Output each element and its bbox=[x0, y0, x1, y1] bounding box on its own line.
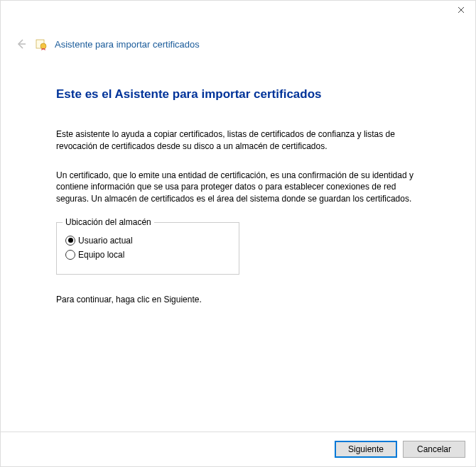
wizard-header: Asistente para importar certificados bbox=[1, 1, 475, 59]
cancel-button[interactable]: Cancelar bbox=[403, 441, 465, 458]
radio-label-local-machine: Equipo local bbox=[78, 250, 124, 260]
radio-local-machine[interactable]: Equipo local bbox=[65, 250, 230, 260]
wizard-window: Asistente para importar certificados Est… bbox=[0, 0, 476, 467]
back-button[interactable] bbox=[15, 38, 28, 50]
store-location-legend: Ubicación del almacén bbox=[63, 217, 154, 227]
page-heading: Este es el Asistente para importar certi… bbox=[56, 87, 420, 101]
next-button[interactable]: Siguiente bbox=[335, 441, 397, 458]
radio-current-user[interactable]: Usuario actual bbox=[65, 236, 230, 246]
wizard-content: Este es el Asistente para importar certi… bbox=[1, 59, 475, 432]
close-icon bbox=[458, 6, 465, 13]
radio-label-current-user: Usuario actual bbox=[78, 236, 133, 246]
radio-icon bbox=[65, 236, 75, 246]
wizard-title: Asistente para importar certificados bbox=[55, 39, 200, 50]
close-button[interactable] bbox=[455, 5, 467, 16]
intro-paragraph-1: Este asistente lo ayuda a copiar certifi… bbox=[56, 128, 420, 153]
back-arrow-icon bbox=[16, 38, 27, 50]
certificate-icon bbox=[35, 38, 48, 50]
store-location-group: Ubicación del almacén Usuario actual Equ… bbox=[56, 222, 239, 275]
svg-point-4 bbox=[40, 43, 46, 49]
intro-paragraph-2: Un certificado, que lo emite una entidad… bbox=[56, 170, 420, 205]
continue-instruction: Para continuar, haga clic en Siguiente. bbox=[56, 295, 420, 304]
wizard-footer: Siguiente Cancelar bbox=[1, 432, 475, 466]
radio-icon bbox=[65, 250, 75, 260]
